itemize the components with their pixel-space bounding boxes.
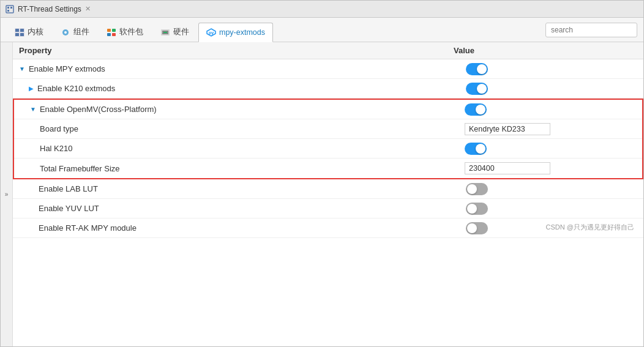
svg-rect-17: [163, 32, 167, 33]
content-area: » Property Value ▼ Enable MPY extmods: [1, 42, 643, 346]
row-value: 230400: [459, 160, 642, 177]
toggle-knob: [467, 223, 477, 233]
row-text: Enable OpenMV(Cross-Platform): [40, 105, 157, 114]
svg-rect-5: [15, 29, 19, 32]
tab-kernel[interactable]: 内核: [7, 22, 51, 42]
component-icon: [61, 28, 70, 37]
tab-kernel-label: 内核: [28, 27, 43, 37]
tab-mpy-extmods[interactable]: py mpy-extmods: [198, 23, 273, 42]
col-value: Value: [454, 46, 637, 55]
search-input[interactable]: [545, 23, 637, 37]
table-row: ▼ Enable MPY extmods: [13, 59, 643, 79]
table-row: Enable LAB LUT: [13, 179, 643, 199]
svg-rect-13: [107, 33, 111, 36]
col-property: Property: [19, 46, 454, 55]
table-row: Board type Kendryte KD233: [14, 119, 642, 139]
row-label: Hal K210: [14, 141, 459, 156]
tab-component-label: 组件: [73, 27, 89, 37]
table-row: Total Framebuffer Size 230400: [14, 159, 642, 178]
svg-rect-1: [7, 7, 9, 9]
svg-rect-11: [107, 29, 111, 32]
toggle-lab-lut[interactable]: [466, 183, 488, 195]
tab-hardware-label: 硬件: [173, 27, 189, 37]
collapse-arrow-icon[interactable]: ▶: [29, 85, 34, 92]
toggle-rt-ak[interactable]: [466, 222, 488, 234]
row-value: Kendryte KD233: [459, 121, 642, 138]
row-label: ▼ Enable OpenMV(Cross-Platform): [14, 102, 459, 117]
title-text: RT-Thread Settings: [18, 5, 81, 13]
toggle-knob: [477, 84, 487, 94]
mpy-icon: py: [206, 28, 216, 37]
svg-rect-0: [6, 6, 13, 13]
row-value: [460, 200, 643, 217]
svg-rect-14: [112, 33, 116, 36]
row-label: Total Framebuffer Size: [14, 161, 459, 176]
row-text: Enable LAB LUT: [39, 184, 98, 193]
collapse-arrow-icon[interactable]: ▼: [30, 106, 36, 113]
row-value: [460, 61, 643, 78]
toggle-yuv-lut[interactable]: [466, 203, 488, 215]
tab-package[interactable]: 软件包: [99, 22, 151, 42]
row-text: Enable MPY extmods: [29, 64, 105, 73]
row-value: [460, 80, 643, 97]
row-value: [460, 181, 643, 198]
row-label: Board type: [14, 121, 459, 136]
title-icon: [6, 5, 14, 13]
collapse-icon: »: [5, 191, 9, 198]
toggle-knob: [476, 144, 485, 154]
row-text: Total Framebuffer Size: [40, 164, 120, 173]
kernel-icon: [15, 28, 24, 37]
svg-rect-3: [7, 10, 9, 12]
toggle-knob: [467, 184, 477, 194]
row-label: ▶ Enable K210 extmods: [13, 81, 460, 96]
svg-rect-6: [20, 29, 24, 32]
package-icon: [107, 28, 116, 37]
svg-rect-8: [20, 33, 24, 36]
table-row: ▶ Enable K210 extmods: [13, 79, 643, 99]
row-label: ▼ Enable MPY extmods: [13, 61, 460, 76]
toggle-enable-openmv[interactable]: [465, 103, 487, 116]
tab-mpy-label: mpy-extmods: [219, 28, 265, 37]
collapse-button[interactable]: »: [1, 42, 13, 346]
table-row: Enable YUV LUT: [13, 199, 643, 218]
table-header: Property Value: [13, 42, 643, 59]
title-bar: RT-Thread Settings ✕: [1, 1, 643, 18]
row-label: Enable YUV LUT: [13, 201, 460, 216]
row-label: Enable LAB LUT: [13, 181, 460, 196]
toggle-enable-k210[interactable]: [466, 83, 488, 95]
row-text: Enable YUV LUT: [39, 204, 99, 213]
main-window: RT-Thread Settings ✕ 内核: [0, 0, 644, 347]
svg-rect-2: [10, 7, 12, 9]
tab-component[interactable]: 组件: [53, 22, 97, 42]
toggle-knob: [467, 204, 477, 214]
row-text: Enable K210 extmods: [37, 84, 115, 93]
svg-point-10: [64, 31, 67, 34]
framebuffer-size-value: 230400: [465, 162, 550, 174]
collapse-arrow-icon[interactable]: ▼: [19, 65, 25, 72]
table-row: Hal K210: [14, 139, 642, 159]
row-text: Hal K210: [40, 144, 72, 153]
highlighted-section: ▼ Enable OpenMV(Cross-Platform) Board t: [13, 99, 643, 179]
tab-bar: 内核 组件 软件包: [1, 18, 643, 42]
row-text: Enable RT-AK MPY module: [39, 223, 137, 233]
svg-rect-12: [112, 29, 116, 32]
toggle-knob: [476, 105, 485, 114]
row-value: [459, 140, 642, 157]
toggle-hal-k210[interactable]: [465, 143, 487, 155]
tab-package-label: 软件包: [119, 27, 143, 37]
tab-hardware[interactable]: 硬件: [152, 22, 197, 42]
row-text: Board type: [40, 124, 78, 133]
hardware-icon: [160, 28, 170, 37]
table-row: ▼ Enable OpenMV(Cross-Platform): [14, 100, 642, 119]
row-value: [459, 101, 642, 118]
main-content: Property Value ▼ Enable MPY extmods: [13, 42, 643, 346]
svg-text:py: py: [209, 31, 214, 35]
search-container: [545, 23, 637, 37]
close-icon[interactable]: ✕: [85, 5, 91, 13]
svg-rect-7: [15, 33, 19, 36]
watermark: CSDN @只为遇见更好得自己: [546, 223, 634, 232]
toggle-enable-mpy[interactable]: [466, 63, 488, 75]
board-type-value: Kendryte KD233: [465, 123, 550, 135]
toggle-knob: [477, 64, 487, 74]
row-label: Enable RT-AK MPY module: [13, 220, 460, 236]
